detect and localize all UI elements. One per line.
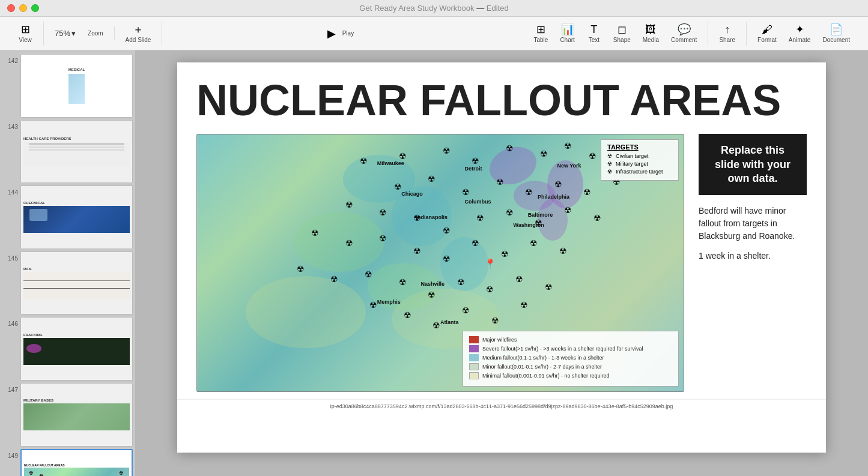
slide-thumb-container: 144 CHECMICAL bbox=[2, 185, 133, 249]
nuke-42: ☢ bbox=[484, 283, 496, 295]
slide-thumb-container: 143 HEALTH CARE PROVIDERS bbox=[2, 120, 133, 184]
legend-minor: Minor fallout(0.01-0.1 sv/hr) - 2-7 days… bbox=[469, 363, 672, 370]
legend-wildfires: Major wildfires bbox=[469, 336, 672, 343]
slide-thumb-146[interactable]: FRACKING bbox=[20, 317, 133, 381]
zoom-control[interactable]: 75% ▾ bbox=[50, 26, 80, 40]
animate-button[interactable]: ✦ Animate bbox=[784, 22, 816, 46]
document-button[interactable]: 📄 Document bbox=[818, 22, 855, 46]
infrastructure-label: Infrastructure target bbox=[616, 169, 663, 175]
nuke-29: ☢ bbox=[377, 232, 389, 244]
add-slide-button[interactable]: ＋ Add Slide bbox=[121, 22, 156, 46]
slide-thumb-143[interactable]: HEALTH CARE PROVIDERS bbox=[20, 120, 133, 184]
nuke-46: ☢ bbox=[401, 309, 413, 321]
slide-thumb-142[interactable]: MEDICAL bbox=[20, 54, 133, 118]
minimal-color bbox=[469, 372, 479, 379]
targets-legend-box: TARGETS ☢ Civilian target ☢ Military tar… bbox=[601, 139, 679, 181]
play-icon: ▶ bbox=[327, 27, 336, 40]
slide-map-area: Milwaukee Detroit New York Chicago Phila… bbox=[196, 134, 684, 392]
minimize-button[interactable] bbox=[19, 4, 27, 12]
zoom-button[interactable]: Zoom bbox=[83, 28, 108, 39]
view-button[interactable]: ⊞ View bbox=[13, 22, 37, 46]
slide-content-149: NUCLEAR FALLOUT AREAS ☢ ☢ ☢ bbox=[22, 450, 132, 476]
animate-icon: ✦ bbox=[795, 24, 804, 35]
slide-number-142: 142 bbox=[2, 58, 18, 64]
nuke-12: ☢ bbox=[460, 186, 472, 198]
zoom-value: 75% bbox=[55, 29, 70, 38]
animate-label: Animate bbox=[789, 37, 811, 43]
nuke-21: ☢ bbox=[440, 224, 452, 236]
shelter-text: 1 week in a shelter. bbox=[699, 250, 807, 262]
nuke-25: ☢ bbox=[562, 204, 574, 216]
slide-thumb-container: 146 FRACKING bbox=[2, 317, 133, 381]
comment-icon: 💬 bbox=[678, 24, 691, 35]
media-icon: 🖼 bbox=[645, 24, 656, 35]
description-main: Bedford will have minor fallout from tar… bbox=[699, 206, 795, 241]
nuke-23: ☢ bbox=[503, 206, 515, 218]
traffic-lights[interactable] bbox=[7, 4, 39, 12]
nuke-43: ☢ bbox=[514, 273, 526, 285]
nuke-48: ☢ bbox=[460, 304, 472, 316]
military-icon: ☢ bbox=[607, 161, 612, 167]
canvas-area: NUCLEAR FALLOUT AREAS bbox=[135, 50, 868, 476]
slide-thumb-147[interactable]: MILITARY BASES bbox=[20, 383, 133, 447]
maximize-button[interactable] bbox=[31, 4, 39, 12]
share-label: Share bbox=[719, 37, 735, 43]
nuke-14: ☢ bbox=[523, 186, 535, 198]
nuke-19: ☢ bbox=[377, 206, 389, 218]
severe-label: Severe fallout(>1 sv/hr) - >3 weeks in a… bbox=[482, 346, 643, 352]
nuke-38: ☢ bbox=[362, 268, 374, 280]
target-civilian: ☢ Civilian target bbox=[607, 153, 672, 159]
share-button[interactable]: ↑ Share bbox=[714, 22, 740, 46]
slide-thumb-container: 149 NUCLEAR FALLOUT AREAS ☢ ☢ ☢ bbox=[2, 449, 133, 476]
view-group: ⊞ View bbox=[7, 22, 44, 46]
nuke-28: ☢ bbox=[343, 237, 355, 249]
close-button[interactable] bbox=[7, 4, 15, 12]
right-group: 🖌 Format ✦ Animate 📄 Document bbox=[747, 22, 861, 46]
target-infrastructure: ☢ Infrastructure target bbox=[607, 169, 672, 175]
slide-thumb-149[interactable]: NUCLEAR FALLOUT AREAS ☢ ☢ ☢ bbox=[20, 449, 133, 476]
toolbar: ⊞ View 75% ▾ Zoom ＋ Add Slide ▶ Play ⊞ T… bbox=[0, 17, 868, 50]
table-button[interactable]: ⊞ Table bbox=[529, 22, 553, 46]
nuke-35: ☢ bbox=[557, 245, 569, 257]
add-slide-icon: ＋ bbox=[133, 24, 144, 35]
format-icon: 🖌 bbox=[762, 24, 772, 35]
source-url: ip-ed30a86b8c4ca887773594c2.wixmp.com/f/… bbox=[177, 399, 826, 413]
titlebar: Get Ready Area Study Workbook — Edited bbox=[0, 0, 868, 17]
nuke-34: ☢ bbox=[528, 237, 540, 249]
format-button[interactable]: 🖌 Format bbox=[753, 22, 782, 46]
add-slide-group: ＋ Add Slide bbox=[115, 22, 163, 46]
slide-thumb-144[interactable]: CHECMICAL bbox=[20, 185, 133, 249]
slide-thumb-145[interactable]: RAIL bbox=[20, 252, 133, 315]
slide-content-143: HEALTH CARE PROVIDERS bbox=[21, 121, 132, 183]
slide-content-142: MEDICAL bbox=[21, 55, 132, 117]
shape-button[interactable]: ◻ Shape bbox=[609, 22, 636, 46]
text-button[interactable]: T Text bbox=[582, 22, 606, 46]
slide-number-144: 144 bbox=[2, 189, 18, 196]
table-icon: ⊞ bbox=[536, 24, 545, 35]
nuke-22: ☢ bbox=[475, 212, 487, 224]
media-button[interactable]: 🖼 Media bbox=[638, 22, 664, 46]
comment-button[interactable]: 💬 Comment bbox=[666, 22, 702, 46]
main-layout: 142 MEDICAL 143 HEALTH CARE PR bbox=[0, 50, 868, 476]
chart-button[interactable]: 📊 Chart bbox=[555, 22, 579, 46]
nuke-20: ☢ bbox=[411, 212, 423, 224]
nuke-16: ☢ bbox=[581, 186, 593, 198]
nuke-1: ☢ bbox=[357, 155, 369, 167]
medium-color bbox=[469, 354, 479, 361]
share-group: ↑ Share bbox=[708, 22, 747, 46]
civilian-label: Civilian target bbox=[616, 153, 649, 159]
text-label: Text bbox=[589, 37, 599, 43]
format-label: Format bbox=[757, 37, 777, 43]
fallout-map: Milwaukee Detroit New York Chicago Phila… bbox=[196, 134, 684, 392]
city-philadelphia: Philadelphia bbox=[538, 194, 569, 200]
slide-number-146: 146 bbox=[2, 321, 18, 327]
infrastructure-icon: ☢ bbox=[607, 169, 612, 175]
chevron-down-icon: ▾ bbox=[71, 29, 76, 38]
slide-thumb-container: 142 MEDICAL bbox=[2, 54, 133, 118]
share-icon: ↑ bbox=[724, 24, 730, 35]
military-label: Military target bbox=[616, 161, 648, 167]
nuke-7: ☢ bbox=[562, 140, 574, 152]
slide-content-145: RAIL bbox=[21, 252, 132, 315]
nuke-41: ☢ bbox=[455, 276, 467, 288]
play-button[interactable]: ▶ bbox=[322, 24, 341, 43]
